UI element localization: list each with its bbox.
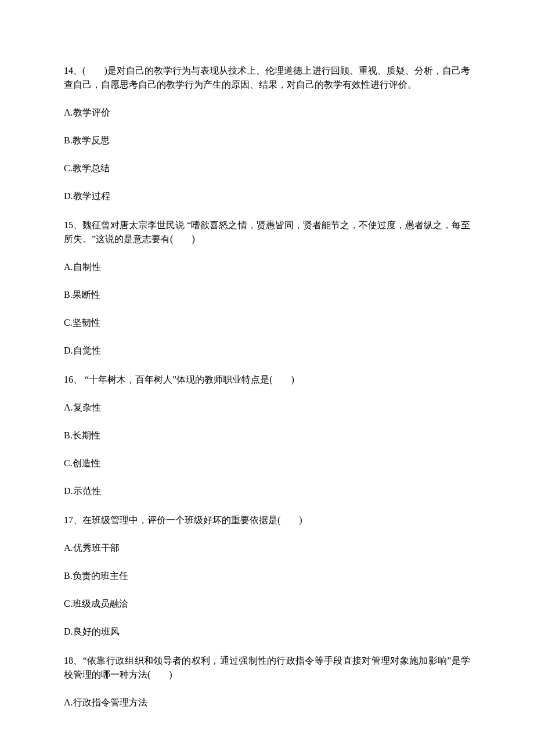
option-c: C.坚韧性 <box>64 316 470 330</box>
question-15: 15、魏征曾对唐太宗李世民说 “嗜欲喜怒之情，贤愚皆同，贤者能节之，不使过度，愚… <box>64 218 470 358</box>
question-14: 14、( )是对自己的教学行为与表现从技术上、伦理道德上进行回顾、重视、质疑、分… <box>64 64 470 203</box>
option-d: D.示范性 <box>64 484 470 498</box>
question-stem: 15、魏征曾对唐太宗李世民说 “嗜欲喜怒之情，贤愚皆同，贤者能节之，不使过度，愚… <box>64 218 470 246</box>
options-list: A.教学评价 B.教学反思 C.教学总结 D.教学过程 <box>64 106 470 203</box>
page: 14、( )是对自己的教学行为与表现从技术上、伦理道德上进行回顾、重视、质疑、分… <box>0 0 534 756</box>
question-18: 18、“依靠行政组织和领导者的权利，通过强制性的行政指令等手段直接对管理对象施加… <box>64 654 470 710</box>
option-b: B.果断性 <box>64 288 470 302</box>
option-a: A.自制性 <box>64 260 470 274</box>
option-c: C.班级成员融洽 <box>64 597 470 611</box>
option-d: D.良好的班风 <box>64 625 470 639</box>
option-a: A.行政指令管理方法 <box>64 696 470 710</box>
option-a: A.复杂性 <box>64 401 470 415</box>
question-stem: 18、“依靠行政组织和领导者的权利，通过强制性的行政指令等手段直接对管理对象施加… <box>64 654 470 682</box>
question-stem: 14、( )是对自己的教学行为与表现从技术上、伦理道德上进行回顾、重视、质疑、分… <box>64 64 470 92</box>
question-stem: 16、 “十年树木，百年树人”体现的教师职业特点是( ) <box>64 373 470 387</box>
options-list: A.行政指令管理方法 <box>64 696 470 710</box>
option-b: B.长期性 <box>64 429 470 442</box>
question-16: 16、 “十年树木，百年树人”体现的教师职业特点是( ) A.复杂性 B.长期性… <box>64 373 470 498</box>
option-a: A.教学评价 <box>64 106 470 120</box>
options-list: A.优秀班干部 B.负责的班主任 C.班级成员融洽 D.良好的班风 <box>64 541 470 639</box>
options-list: A.复杂性 B.长期性 C.创造性 D.示范性 <box>64 401 470 498</box>
option-d: D.教学过程 <box>64 189 470 203</box>
option-b: B.教学反思 <box>64 134 470 147</box>
option-b: B.负责的班主任 <box>64 569 470 583</box>
option-d: D.自觉性 <box>64 344 470 358</box>
option-c: C.创造性 <box>64 456 470 470</box>
question-17: 17、在班级管理中，评价一个班级好坏的重要依据是( ) A.优秀班干部 B.负责… <box>64 513 470 639</box>
options-list: A.自制性 B.果断性 C.坚韧性 D.自觉性 <box>64 260 470 358</box>
option-a: A.优秀班干部 <box>64 541 470 555</box>
question-stem: 17、在班级管理中，评价一个班级好坏的重要依据是( ) <box>64 513 470 527</box>
option-c: C.教学总结 <box>64 161 470 175</box>
